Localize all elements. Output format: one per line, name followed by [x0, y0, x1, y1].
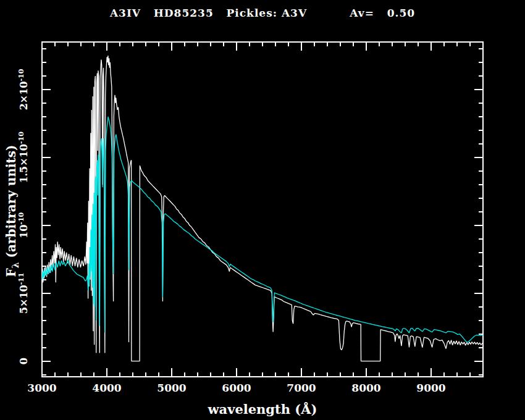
observed-spectrum-line	[42, 56, 483, 361]
y-axis-label-symbol: F	[4, 268, 19, 277]
y-axis-label-units: (arbitrary units)	[4, 145, 19, 262]
x-axis-label: wavelength (Å)	[0, 401, 525, 417]
x-axis-ticks	[42, 42, 483, 377]
x-tick-label: 5000	[157, 382, 186, 394]
x-tick-label: 8000	[351, 382, 380, 394]
x-tick-label: 7000	[287, 382, 316, 394]
spectrum-plot: 300040005000600070008000900005×10-1110-1…	[0, 0, 525, 420]
y-tick-label: 2×10-10	[17, 69, 30, 110]
x-tick-label: 3000	[27, 382, 56, 394]
y-axis-ticks	[42, 49, 483, 375]
y-tick-label: 0	[18, 358, 30, 364]
template-spectrum-line	[42, 117, 483, 343]
spectral-plot-screen: A3IV HD85235 Pickles: A3V Av= 0.50 30004…	[0, 0, 525, 420]
x-tick-label: 6000	[222, 382, 251, 394]
y-axis-label: Fλ (arbitrary units)	[4, 119, 20, 304]
plot-frame	[42, 42, 483, 377]
y-axis-label-subscript: λ	[10, 262, 20, 268]
x-tick-label: 9000	[416, 382, 445, 394]
x-tick-label: 4000	[92, 382, 121, 394]
